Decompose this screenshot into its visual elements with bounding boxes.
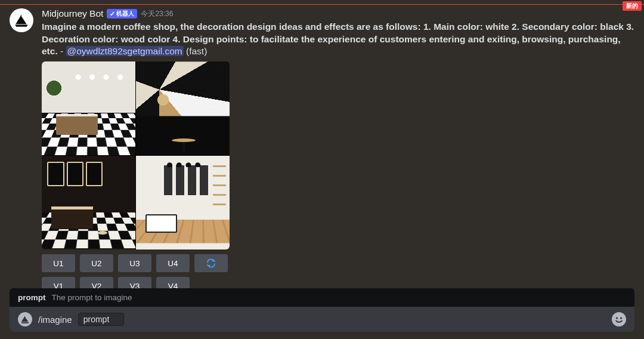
- attach-button[interactable]: [18, 312, 32, 326]
- prompt-input[interactable]: [112, 315, 119, 324]
- message-composer[interactable]: /imagine prompt: [10, 307, 634, 332]
- reroll-button[interactable]: [194, 254, 228, 272]
- author-name[interactable]: Midjourney Bot: [42, 8, 103, 20]
- svg-point-1: [616, 317, 618, 319]
- image-cell-3: [42, 156, 135, 249]
- bot-tag-label: 机器人: [116, 10, 134, 18]
- emoji-button[interactable]: [612, 312, 626, 326]
- message: Midjourney Bot ✓ 机器人 今天23:36 Imagine a m…: [0, 0, 644, 295]
- upscale-row: U1 U2 U3 U4: [42, 254, 634, 272]
- refresh-icon: [206, 258, 216, 269]
- image-cell-2: [136, 61, 230, 155]
- hint-label: prompt: [18, 293, 46, 302]
- bot-avatar[interactable]: [10, 8, 33, 32]
- u2-button[interactable]: U2: [80, 254, 113, 272]
- image-cell-1: [42, 61, 135, 155]
- u1-button[interactable]: U1: [42, 254, 75, 272]
- verified-check-icon: ✓: [110, 11, 115, 17]
- prompt-separator: -: [58, 46, 66, 56]
- command-hint: prompt The prompt to imagine: [10, 288, 634, 307]
- timestamp: 今天23:36: [141, 10, 173, 18]
- svg-point-2: [620, 317, 622, 319]
- user-mention[interactable]: @oywdlzt892sgetgmail.com: [66, 46, 184, 56]
- emoji-icon: [612, 312, 626, 326]
- generated-image-grid[interactable]: [42, 61, 230, 249]
- hint-description: The prompt to imagine: [52, 293, 132, 302]
- input-area: prompt The prompt to imagine /imagine pr…: [0, 288, 644, 339]
- message-content: Imagine a modern coffee shop, the decora…: [42, 21, 634, 58]
- message-body: Midjourney Bot ✓ 机器人 今天23:36 Imagine a m…: [42, 8, 634, 295]
- u3-button[interactable]: U3: [118, 254, 151, 272]
- u4-button[interactable]: U4: [156, 254, 190, 272]
- param-chip-prompt[interactable]: prompt: [78, 313, 125, 326]
- new-messages-badge[interactable]: 新的: [623, 1, 642, 11]
- bot-tag: ✓ 机器人: [107, 9, 137, 19]
- new-messages-divider: [0, 4, 644, 5]
- prompt-suffix: (fast): [184, 46, 208, 56]
- slash-command: /imagine: [38, 315, 72, 325]
- sailboat-icon: [14, 13, 29, 28]
- image-cell-4: [136, 156, 230, 249]
- svg-point-0: [612, 313, 626, 326]
- message-header: Midjourney Bot ✓ 机器人 今天23:36: [42, 8, 634, 20]
- param-name: prompt: [83, 315, 110, 324]
- sailboat-icon: [20, 315, 30, 324]
